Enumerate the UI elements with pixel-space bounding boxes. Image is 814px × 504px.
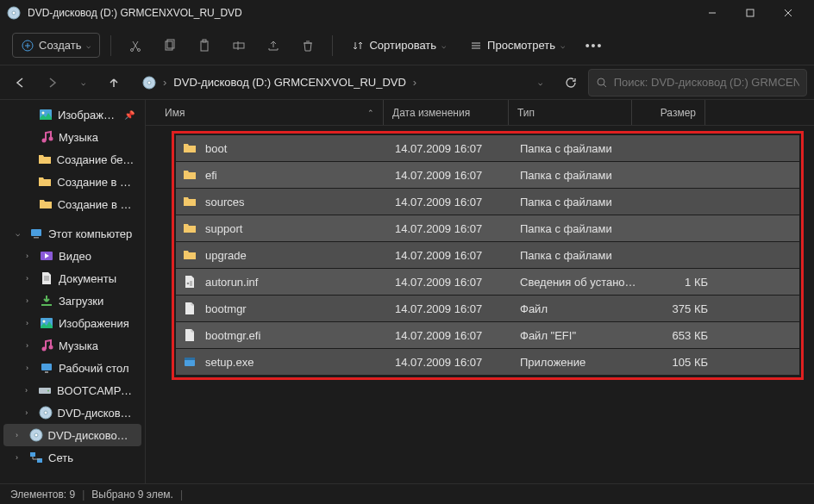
dvd-icon (29, 428, 43, 442)
forward-button[interactable] (38, 69, 66, 96)
file-name: support (205, 222, 242, 235)
sidebar-item[interactable]: ›Изображения (3, 312, 141, 334)
file-name: upgrade (205, 249, 247, 262)
breadcrumb-path: DVD-дисковод (D:) GRMCENXVOL_RU_DVD (173, 76, 406, 89)
close-button[interactable] (769, 0, 807, 26)
sidebar-item[interactable]: ›DVD-дисковод ( (3, 401, 141, 424)
sidebar-item[interactable]: ›BOOTCAMP (C:) (3, 379, 141, 401)
sort-button[interactable]: Сортировать ⌵ (343, 34, 454, 57)
cut-button[interactable] (122, 32, 149, 59)
file-name: autorun.inf (205, 276, 258, 289)
pin-icon: 📌 (124, 110, 135, 120)
table-row[interactable]: autorun.inf 14.07.2009 16:07 Сведения об… (176, 269, 799, 295)
sidebar-item[interactable]: ›Загрузки (3, 289, 141, 312)
sidebar-item[interactable]: Создание в Mac (3, 171, 141, 193)
sidebar-item[interactable]: Создание без пр (3, 148, 141, 171)
dvd-icon (7, 6, 21, 20)
sidebar-item-label: Создание без пр (57, 153, 135, 166)
chevron-down-icon[interactable]: ⌵ (538, 78, 542, 87)
minimize-button[interactable] (693, 0, 731, 26)
view-button[interactable]: Просмотреть ⌵ (461, 34, 573, 57)
file-date: 14.07.2009 16:07 (395, 169, 520, 182)
folder-icon (38, 152, 52, 166)
drive-icon (38, 383, 52, 397)
view-icon (470, 40, 482, 52)
recent-button[interactable]: ⌵ (69, 69, 97, 96)
file-icon (183, 328, 197, 342)
maximize-button[interactable] (731, 0, 769, 26)
sidebar-item[interactable]: ›DVD-дисковод (D (3, 424, 141, 446)
chevron-down-icon: ⌵ (560, 41, 565, 50)
refresh-button[interactable] (557, 69, 585, 96)
up-button[interactable] (100, 69, 128, 96)
selection-highlight: boot 14.07.2009 16:07 Папка с файлами ef… (172, 131, 804, 380)
file-name: efi (205, 169, 217, 182)
table-row[interactable]: sources 14.07.2009 16:07 Папка с файлами (176, 189, 799, 215)
inf-icon (183, 275, 197, 289)
sidebar-item[interactable]: ›Рабочий стол (3, 357, 141, 379)
table-row[interactable]: upgrade 14.07.2009 16:07 Папка с файлами (176, 242, 799, 268)
sidebar-item[interactable]: ›Музыка (3, 334, 141, 357)
new-button[interactable]: Создать ⌵ (12, 33, 100, 58)
file-size: 375 КБ (643, 302, 708, 315)
breadcrumb[interactable]: › DVD-дисковод (D:) GRMCENXVOL_RU_DVD › … (135, 69, 550, 96)
folder-icon (183, 168, 197, 182)
status-selected-count: Выбрано 9 элем. (91, 488, 173, 501)
table-row[interactable]: support 14.07.2009 16:07 Папка с файлами (176, 215, 799, 241)
svg-point-27 (598, 78, 604, 85)
file-size: 1 КБ (643, 276, 708, 289)
sidebar-item-label: Видео (59, 250, 91, 263)
table-row[interactable]: boot 14.07.2009 16:07 Папка с файлами (176, 135, 799, 161)
svg-rect-26 (234, 43, 244, 48)
folder-icon (183, 221, 197, 235)
breadcrumb-sep: › (163, 76, 166, 89)
sidebar-item[interactable]: Музыка (3, 126, 141, 148)
column-headers: Имя ⌃ Дата изменения Тип Размер (146, 100, 814, 126)
downloads-icon (40, 294, 53, 308)
table-row[interactable]: bootmgr 14.07.2009 16:07 Файл 375 КБ (176, 296, 799, 321)
chevron-icon: › (16, 431, 24, 439)
sidebar-item[interactable]: Создание в Win (3, 193, 141, 215)
file-icon (183, 302, 197, 315)
window-title: DVD-дисковод (D:) GRMCENXVOL_RU_DVD (28, 7, 693, 19)
share-button[interactable] (260, 32, 287, 59)
music-icon (40, 130, 53, 144)
svg-rect-18 (747, 9, 754, 16)
table-row[interactable]: bootmgr.efi 14.07.2009 16:07 Файл "EFI" … (176, 322, 799, 348)
nav-bar: ⌵ › DVD-дисковод (D:) GRMCENXVOL_RU_DVD … (0, 65, 814, 100)
copy-button[interactable] (156, 32, 184, 59)
sidebar-item-label: Этот компьютер (48, 227, 132, 240)
column-type[interactable]: Тип (509, 100, 632, 125)
search-input[interactable] (588, 69, 807, 96)
delete-button[interactable] (294, 32, 322, 59)
file-type: Папка с файлами (520, 169, 643, 182)
chevron-icon: › (26, 364, 34, 372)
dvd-icon (39, 406, 53, 420)
sidebar-item[interactable]: ›Документы (3, 267, 141, 289)
paste-button[interactable] (191, 32, 218, 59)
chevron-down-icon: ⌵ (441, 41, 446, 50)
sidebar-item[interactable]: ›Сеть (3, 446, 141, 469)
column-name[interactable]: Имя ⌃ (156, 100, 384, 125)
back-button[interactable] (7, 69, 34, 96)
chevron-down-icon: ⌵ (86, 41, 91, 50)
file-date: 14.07.2009 16:07 (395, 329, 520, 342)
sidebar-item[interactable]: ⌵Этот компьютер (3, 222, 141, 245)
rename-button[interactable] (225, 32, 253, 59)
pictures-icon (39, 108, 53, 121)
column-size[interactable]: Размер (632, 100, 705, 125)
file-name: bootmgr.efi (205, 329, 260, 342)
sidebar-item-label: Рабочий стол (59, 362, 129, 375)
file-type: Файл "EFI" (520, 329, 643, 342)
sidebar-item[interactable]: Изображени📌 (3, 103, 141, 126)
sidebar: Изображени📌МузыкаСоздание без прСоздание… (0, 100, 146, 483)
dvd-icon (142, 76, 156, 90)
table-row[interactable]: setup.exe 14.07.2009 16:07 Приложение 10… (176, 349, 799, 375)
pictures-icon (40, 316, 53, 330)
table-row[interactable]: efi 14.07.2009 16:07 Папка с файлами (176, 162, 799, 188)
file-name: sources (205, 196, 245, 208)
sidebar-item[interactable]: ›Видео (3, 245, 141, 267)
sidebar-item-label: DVD-дисковод (D (48, 429, 135, 442)
more-button[interactable]: ••• (580, 32, 608, 59)
column-date[interactable]: Дата изменения (384, 100, 509, 125)
